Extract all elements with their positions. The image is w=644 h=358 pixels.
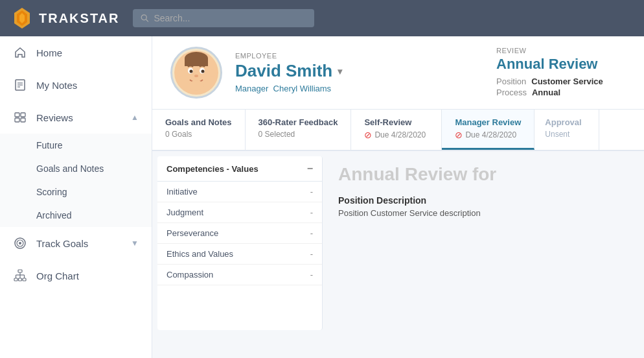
search-bar[interactable] — [133, 9, 314, 27]
employee-label: Employee — [235, 52, 483, 60]
tab-goals-notes-title: Goals and Notes — [165, 117, 232, 127]
scoring-label: Scoring — [36, 187, 67, 197]
comp-item-judgment[interactable]: Judgment - — [157, 202, 322, 223]
sidebar-mynotes-label: My Notes — [36, 80, 139, 91]
sidebar-orgchart-label: Org Chart — [36, 270, 139, 281]
employee-manager: Manager Cheryl Williams — [235, 84, 483, 93]
sidebar-reviews-label: Reviews — [36, 112, 122, 123]
search-input[interactable] — [154, 13, 306, 23]
svg-rect-16 — [18, 270, 22, 272]
comp-score-compassion: - — [310, 270, 313, 280]
logo: TRAKSTAR — [10, 6, 120, 30]
main-content: Employee David Smith ▾ Manager Cheryl Wi… — [152, 36, 644, 358]
comp-item-ethics[interactable]: Ethics and Values - — [157, 244, 322, 265]
review-position-row: Position Customer Service — [496, 77, 626, 86]
comp-item-perseverance[interactable]: Perseverance - — [157, 223, 322, 244]
employee-header: Employee David Smith ▾ Manager Cheryl Wi… — [152, 36, 644, 110]
competencies-title: Competencies - Values — [167, 164, 259, 174]
employee-info: Employee David Smith ▾ Manager Cheryl Wi… — [235, 52, 483, 93]
layout: Home My Notes — [0, 36, 644, 358]
process-key: Process — [496, 88, 527, 97]
svg-rect-17 — [14, 278, 17, 281]
svg-rect-10 — [21, 113, 25, 117]
svg-rect-11 — [15, 118, 19, 122]
position-value: Customer Service — [531, 77, 603, 86]
self-review-warning-icon: ⊘ — [364, 130, 372, 140]
sidebar: Home My Notes — [0, 36, 152, 358]
tab-manager-review[interactable]: Manager Review ⊘ Due 4/28/2020 — [442, 110, 535, 150]
manager-review-warning-icon: ⊘ — [455, 130, 463, 140]
notes-icon — [13, 78, 27, 92]
logo-icon — [10, 6, 34, 30]
sidebar-item-my-notes[interactable]: My Notes — [0, 69, 152, 101]
app-name: TRAKSTAR — [39, 11, 120, 26]
comp-name-compassion: Compassion — [167, 270, 213, 280]
competencies-panel: Competencies - Values − Initiative - Jud… — [157, 156, 323, 330]
orgchart-icon — [13, 268, 27, 283]
manager-link[interactable]: Cheryl Williams — [273, 84, 332, 93]
goals-icon — [13, 236, 27, 250]
home-icon — [13, 45, 27, 60]
comp-score-perseverance: - — [310, 228, 313, 238]
svg-rect-9 — [15, 113, 19, 117]
tab-goals-notes[interactable]: Goals and Notes 0 Goals — [152, 110, 246, 150]
position-desc-text: Position Customer Service description — [338, 208, 628, 218]
archived-label: Archived — [36, 210, 71, 221]
svg-point-15 — [19, 242, 21, 245]
comp-name-initiative: Initiative — [167, 187, 198, 197]
employee-name-dropdown[interactable]: ▾ — [338, 66, 342, 77]
search-icon — [141, 14, 149, 23]
position-key: Position — [496, 77, 526, 86]
sidebar-item-reviews[interactable]: Reviews ▲ — [0, 101, 152, 134]
svg-point-29 — [209, 69, 216, 77]
sidebar-item-home[interactable]: Home — [0, 36, 152, 69]
svg-point-28 — [177, 69, 183, 77]
comp-item-compassion[interactable]: Compassion - — [157, 265, 322, 285]
competencies-header: Competencies - Values − — [157, 156, 322, 182]
svg-rect-12 — [21, 118, 25, 122]
tab-approval-title: Approval — [545, 117, 588, 127]
review-main-content: Annual Review for Position Description P… — [323, 151, 644, 330]
review-process-row: Process Annual — [496, 88, 626, 97]
sidebar-submenu-reviews: Future Goals and Notes Scoring Archived — [0, 134, 152, 227]
content-area: Competencies - Values − Initiative - Jud… — [152, 151, 644, 330]
review-title: Annual Review — [496, 56, 626, 73]
competencies-collapse-btn[interactable]: − — [307, 163, 313, 174]
sidebar-item-goals-and-notes[interactable]: Goals and Notes — [0, 157, 152, 180]
sidebar-trackgoals-label: Track Goals — [36, 238, 122, 249]
tab-self-review[interactable]: Self-Review ⊘ Due 4/28/2020 — [351, 110, 442, 150]
svg-point-3 — [141, 15, 146, 20]
sidebar-item-scoring[interactable]: Scoring — [0, 180, 152, 204]
sidebar-item-track-goals[interactable]: Track Goals ▼ — [0, 227, 152, 259]
review-content-title: Annual Review for — [338, 164, 628, 185]
sidebar-item-future[interactable]: Future — [0, 134, 152, 157]
trackgoals-chevron-icon: ▼ — [131, 239, 139, 248]
topnav: TRAKSTAR — [0, 0, 644, 36]
comp-name-perseverance: Perseverance — [167, 228, 218, 238]
tab-approval[interactable]: Approval Unsent — [535, 110, 599, 150]
position-desc-label: Position Description — [338, 195, 628, 206]
tab-360-rater[interactable]: 360-Rater Feedback 0 Selected — [246, 110, 352, 150]
comp-item-initiative[interactable]: Initiative - — [157, 182, 322, 202]
svg-rect-18 — [19, 278, 22, 281]
future-label: Future — [36, 140, 62, 150]
svg-point-34 — [194, 75, 198, 77]
svg-point-33 — [201, 70, 205, 73]
comp-score-ethics: - — [310, 249, 313, 259]
tab-approval-sub: Unsent — [545, 130, 588, 139]
avatar — [170, 47, 222, 99]
tab-manager-review-sub: ⊘ Due 4/28/2020 — [455, 130, 521, 140]
sidebar-item-org-chart[interactable]: Org Chart — [0, 259, 152, 292]
svg-point-32 — [190, 70, 193, 73]
sidebar-item-archived[interactable]: Archived — [0, 204, 152, 227]
review-details: Position Customer Service Process Annual — [496, 77, 626, 97]
reviews-chevron-icon: ▲ — [131, 113, 139, 122]
svg-line-4 — [146, 19, 148, 22]
comp-score-initiative: - — [310, 187, 313, 197]
review-info: Review Annual Review Position Customer S… — [496, 47, 626, 99]
sidebar-home-label: Home — [36, 47, 139, 58]
tab-360-title: 360-Rater Feedback — [259, 117, 338, 127]
svg-rect-27 — [185, 58, 208, 66]
comp-score-judgment: - — [310, 208, 313, 217]
reviews-icon — [13, 110, 27, 125]
